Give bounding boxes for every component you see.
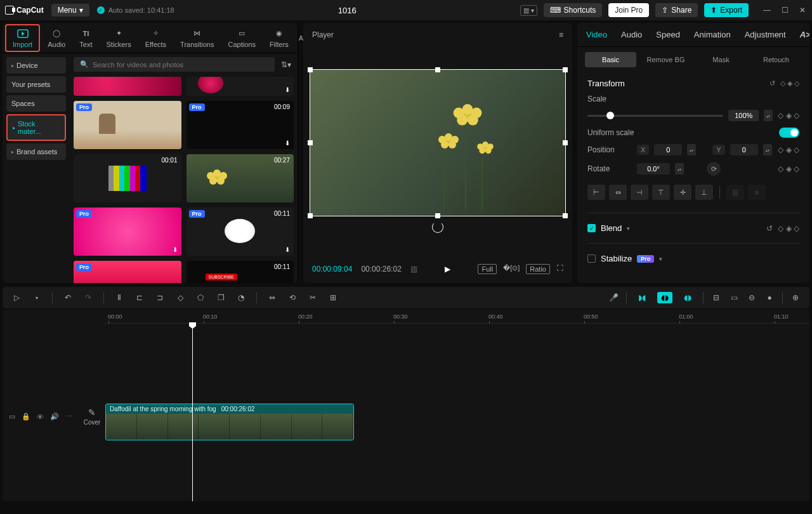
mirror-v-icon[interactable]: ⟲ xyxy=(287,293,298,302)
media-thumb[interactable]: Pro00:09⬇ xyxy=(187,101,294,149)
tab-audio[interactable]: ◯Audio xyxy=(41,25,72,51)
chevron-down-icon[interactable]: ▾ xyxy=(32,295,42,301)
stepper-icon[interactable]: ▴▾ xyxy=(675,163,684,175)
timeline-ruler[interactable]: 00:00 00:10 00:20 00:30 00:40 00:50 01:0… xyxy=(104,312,809,324)
sidebar-item-device[interactable]: ▸Device xyxy=(6,57,66,74)
tracks-area[interactable]: ▭ 🔒 👁 🔊 ⋯ ✎ Cover Daffodil at the spring… xyxy=(3,324,809,501)
media-thumb[interactable]: Pro xyxy=(74,101,181,149)
media-thumb[interactable]: Pro⬇ xyxy=(74,261,181,283)
split-icon[interactable]: Ⅱ xyxy=(114,293,124,302)
align-right-icon[interactable]: ⊣ xyxy=(631,185,648,200)
collapse-icon[interactable]: ▭ xyxy=(9,412,15,421)
align-left-icon[interactable]: ⊢ xyxy=(587,185,605,200)
close-icon[interactable]: ✕ xyxy=(798,6,807,15)
tab-captions[interactable]: ▭Captions xyxy=(221,25,261,51)
delete-icon[interactable]: ⬠ xyxy=(195,293,206,302)
magnet-right-icon[interactable]: ◖◗ xyxy=(680,292,695,303)
resize-handle[interactable] xyxy=(435,213,440,218)
media-thumb[interactable]: Pro⬇ xyxy=(74,208,181,256)
zoom-out-icon[interactable]: ⊖ xyxy=(747,293,757,302)
tab-more[interactable]: A xyxy=(296,32,306,44)
freeze-icon[interactable]: ⊞ xyxy=(328,293,338,302)
stabilize-checkbox[interactable] xyxy=(587,254,596,263)
tab-stickers[interactable]: ✦Stickers xyxy=(100,25,138,51)
eye-icon[interactable]: 👁 xyxy=(37,413,44,421)
more-icon[interactable]: ⋯ xyxy=(65,412,72,421)
mirror-h-icon[interactable]: ⇔ xyxy=(267,293,277,302)
stepper-icon[interactable]: ▴▾ xyxy=(687,144,696,155)
subtab-mask[interactable]: Mask xyxy=(695,52,747,67)
trim-left-icon[interactable]: ⊏ xyxy=(134,293,145,302)
trim-right-icon[interactable]: ⊐ xyxy=(155,293,165,302)
rotate-handle-icon[interactable] xyxy=(432,221,443,233)
compare-icon[interactable]: ▥ xyxy=(410,265,417,273)
ratio-button[interactable]: Ratio xyxy=(526,264,550,274)
redo-icon[interactable]: ↷ xyxy=(83,293,93,302)
tab-speed[interactable]: Speed xyxy=(656,30,680,39)
crop-icon[interactable]: ◇ xyxy=(175,293,185,302)
media-thumb[interactable]: 00:27 xyxy=(187,154,294,202)
sidebar-item-brand[interactable]: ▸Brand assets xyxy=(6,143,66,160)
media-thumb[interactable]: Pro00:11⬇ xyxy=(187,208,294,256)
menu-icon[interactable]: ≡ xyxy=(559,30,563,39)
tab-audio[interactable]: Audio xyxy=(621,30,642,39)
crop2-icon[interactable]: ✂ xyxy=(308,293,318,302)
align-hcenter-icon[interactable]: ⇔ xyxy=(609,185,627,200)
maximize-icon[interactable]: ☐ xyxy=(780,6,789,15)
stepper-icon[interactable]: ▴▾ xyxy=(763,144,772,155)
keyframe-icon[interactable]: ◇ ◈ ◇ xyxy=(778,145,799,154)
mute-icon[interactable]: 🔊 xyxy=(50,412,59,421)
resize-handle[interactable] xyxy=(563,67,568,72)
crop-icon[interactable]: �[⊙] xyxy=(503,264,520,274)
player-viewport[interactable] xyxy=(303,47,572,255)
uniform-toggle[interactable] xyxy=(779,128,799,138)
download-icon[interactable]: ⬇ xyxy=(285,86,290,93)
speed-icon[interactable]: ◔ xyxy=(236,293,246,302)
media-thumb[interactable] xyxy=(74,77,181,96)
ai-icon[interactable]: A>> xyxy=(800,30,809,39)
stepper-icon[interactable]: ▴▾ xyxy=(764,110,773,121)
playhead[interactable] xyxy=(192,324,193,501)
resize-handle[interactable] xyxy=(308,140,313,145)
zoom-slider-icon[interactable]: ● xyxy=(764,293,775,302)
sidebar-item-spaces[interactable]: Spaces xyxy=(6,95,66,112)
tab-transitions[interactable]: ⋈Transitions xyxy=(174,25,220,51)
resize-handle[interactable] xyxy=(308,213,313,218)
subtab-retouch[interactable]: Retouch xyxy=(750,52,802,67)
tab-effects[interactable]: ✧Effects xyxy=(139,25,173,51)
play-button[interactable]: ▶ xyxy=(445,265,450,273)
keyframe-icon[interactable]: ◇ ◈ ◇ xyxy=(778,111,799,120)
filter-button[interactable]: ⇅▾ xyxy=(278,57,294,72)
search-input[interactable]: 🔍Search for videos and photos xyxy=(74,57,275,72)
reset-icon[interactable]: ↺ xyxy=(766,224,773,233)
duplicate-icon[interactable]: ❐ xyxy=(216,293,226,302)
export-button[interactable]: ⬆Export xyxy=(704,3,749,17)
media-thumb[interactable]: ⬇ xyxy=(187,77,294,96)
project-title[interactable]: 1016 xyxy=(338,6,357,15)
tab-text[interactable]: TIText xyxy=(73,25,98,51)
sidebar-item-stock[interactable]: ▸Stock mater... xyxy=(6,114,66,141)
align-bottom-icon[interactable]: ⊥ xyxy=(695,185,713,200)
y-input[interactable]: 0 xyxy=(730,144,758,155)
tab-adjustment[interactable]: Adjustment xyxy=(745,30,786,39)
undo-icon[interactable]: ↶ xyxy=(63,293,73,302)
scale-value[interactable]: 100% xyxy=(728,110,759,121)
download-icon[interactable]: ⬇ xyxy=(285,246,290,253)
join-pro-button[interactable]: Join Pro xyxy=(608,3,649,17)
download-icon[interactable]: ⬇ xyxy=(173,246,178,253)
blend-checkbox[interactable]: ✓ xyxy=(587,224,596,232)
resize-handle[interactable] xyxy=(308,67,313,72)
cover-button[interactable]: ✎ Cover xyxy=(82,407,102,426)
resize-handle[interactable] xyxy=(563,140,568,145)
tab-import[interactable]: Import xyxy=(5,24,40,52)
magnet-center-icon[interactable]: ◖◗ xyxy=(657,292,672,303)
minimize-icon[interactable]: — xyxy=(763,6,771,15)
preview-icon[interactable]: ▭ xyxy=(729,293,739,302)
sidebar-item-presets[interactable]: Your presets xyxy=(6,76,66,93)
timeline-clip[interactable]: Daffodil at the spring morning with fog … xyxy=(105,404,354,440)
slider-thumb[interactable] xyxy=(606,112,614,119)
video-canvas[interactable] xyxy=(310,69,566,216)
keyframe-icon[interactable]: ◇ ◈ ◇ xyxy=(778,224,799,233)
rotate-input[interactable]: 0.0° xyxy=(637,163,670,175)
menu-button[interactable]: Menu ▾ xyxy=(51,4,89,16)
